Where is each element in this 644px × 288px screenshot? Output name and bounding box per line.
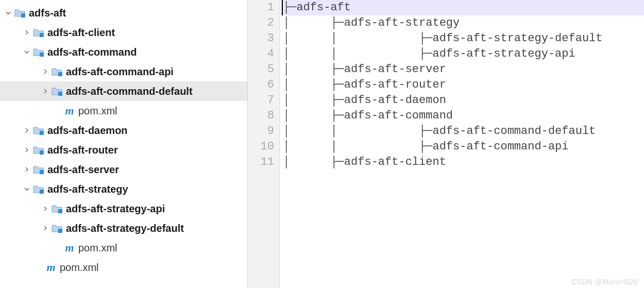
code-line[interactable]: │ ├─adfs-aft-command <box>281 108 644 124</box>
chevron-right-icon[interactable] <box>39 88 52 95</box>
tree-item-label: adfs-aft-strategy-api <box>66 203 165 215</box>
code-line[interactable]: │ ├─adfs-aft-strategy <box>281 15 644 31</box>
chevron-right-icon[interactable] <box>21 127 33 134</box>
gutter-line-number: 2 <box>248 15 274 31</box>
code-line[interactable]: │ │ ├─adfs-aft-strategy-api <box>281 46 644 62</box>
svg-rect-1 <box>40 33 44 37</box>
tree-item-label: adfs-aft-strategy-default <box>66 223 184 234</box>
tree-item[interactable]: adfs-aft-client <box>0 23 247 42</box>
gutter-line-number: 5 <box>248 62 274 77</box>
folder-icon <box>52 67 63 76</box>
editor-code-area[interactable]: ├─adfs-aft│ ├─adfs-aft-strategy│ │ ├─adf… <box>280 0 644 288</box>
folder-icon <box>52 87 63 96</box>
tree-item[interactable]: adfs-aft-daemon <box>0 121 247 140</box>
svg-rect-5 <box>40 131 44 135</box>
folder-icon <box>33 47 44 57</box>
folder-icon <box>33 28 44 37</box>
editor-gutter: 1234567891011 <box>248 0 280 288</box>
svg-rect-2 <box>40 53 44 57</box>
svg-rect-6 <box>40 150 44 155</box>
tree-item-label: pom.xml <box>78 242 117 254</box>
chevron-right-icon[interactable] <box>39 205 52 212</box>
chevron-right-icon[interactable] <box>21 29 33 36</box>
code-line[interactable]: │ ├─adfs-aft-client <box>281 155 644 170</box>
code-line[interactable]: ├─adfs-aft <box>281 0 644 15</box>
code-line[interactable]: │ │ ├─adfs-aft-command-api <box>281 139 644 155</box>
tree-item[interactable]: adfs-aft <box>0 3 247 23</box>
code-line[interactable]: │ ├─adfs-aft-daemon <box>281 93 644 108</box>
tree-item-label: adfs-aft <box>29 7 66 19</box>
maven-file-icon: m <box>45 263 57 272</box>
tree-item[interactable]: adfs-aft-command-default <box>0 81 247 101</box>
svg-rect-4 <box>58 92 62 96</box>
chevron-right-icon[interactable] <box>21 166 33 173</box>
chevron-down-icon[interactable] <box>21 185 33 193</box>
tree-item[interactable]: mpom.xml <box>0 238 247 258</box>
maven-file-icon: m <box>64 106 75 115</box>
tree-item[interactable]: adfs-aft-command-api <box>0 62 247 81</box>
tree-item[interactable]: adfs-aft-server <box>0 160 247 179</box>
tree-item-label: adfs-aft-daemon <box>47 125 128 137</box>
code-line[interactable]: │ ├─adfs-aft-server <box>281 62 644 77</box>
tree-item-label: pom.xml <box>78 105 117 117</box>
gutter-line-number: 10 <box>248 139 274 155</box>
tree-item[interactable]: mpom.xml <box>0 258 247 277</box>
tree-item-label: adfs-aft-server <box>47 164 119 176</box>
folder-icon <box>33 145 44 155</box>
folder-icon <box>52 204 63 213</box>
tree-item-label: adfs-aft-command-default <box>66 86 193 97</box>
watermark-text: CSDN @Marlon520 <box>572 278 638 286</box>
code-line[interactable]: │ │ ├─adfs-aft-command-default <box>281 124 644 139</box>
folder-icon <box>33 165 44 174</box>
svg-rect-9 <box>58 209 62 213</box>
tree-item[interactable]: mpom.xml <box>0 101 247 121</box>
chevron-down-icon[interactable] <box>2 9 14 16</box>
chevron-right-icon[interactable] <box>39 225 52 232</box>
tree-item[interactable]: adfs-aft-router <box>0 140 247 160</box>
tree-item-label: adfs-aft-strategy <box>47 183 128 195</box>
svg-rect-0 <box>21 13 25 18</box>
editor-panel: 1234567891011 ├─adfs-aft│ ├─adfs-aft-str… <box>247 0 644 288</box>
project-tree[interactable]: adfs-aftadfs-aft-clientadfs-aft-commanda… <box>0 0 247 288</box>
code-line[interactable]: │ ├─adfs-aft-router <box>281 77 644 93</box>
chevron-right-icon[interactable] <box>21 146 33 154</box>
svg-rect-3 <box>58 72 62 76</box>
gutter-line-number: 11 <box>248 155 274 170</box>
tree-item-label: adfs-aft-command <box>47 46 137 58</box>
maven-file-icon: m <box>64 243 75 252</box>
gutter-line-number: 7 <box>248 93 274 108</box>
gutter-line-number: 3 <box>248 31 274 46</box>
tree-item[interactable]: adfs-aft-strategy <box>0 179 247 199</box>
tree-item-label: adfs-aft-client <box>47 27 115 39</box>
gutter-line-number: 8 <box>248 108 274 124</box>
gutter-line-number: 4 <box>248 46 274 62</box>
folder-icon <box>14 8 26 18</box>
tree-item-label: adfs-aft-router <box>47 144 118 156</box>
tree-item[interactable]: adfs-aft-strategy-default <box>0 218 247 238</box>
gutter-line-number: 9 <box>248 124 274 139</box>
code-line[interactable]: │ │ ├─adfs-aft-strategy-default <box>281 31 644 46</box>
folder-icon <box>52 224 63 233</box>
svg-rect-7 <box>40 170 44 174</box>
gutter-line-number: 1 <box>248 0 274 15</box>
chevron-right-icon[interactable] <box>39 68 52 75</box>
tree-item[interactable]: adfs-aft-strategy-api <box>0 199 247 218</box>
tree-item-label: pom.xml <box>60 262 99 274</box>
svg-rect-8 <box>40 190 44 194</box>
svg-rect-10 <box>58 229 62 233</box>
folder-icon <box>33 126 44 135</box>
gutter-line-number: 6 <box>248 77 274 93</box>
folder-icon <box>33 184 44 194</box>
editor-caret <box>282 0 283 15</box>
tree-item[interactable]: adfs-aft-command <box>0 42 247 62</box>
tree-item-label: adfs-aft-command-api <box>66 66 174 78</box>
chevron-down-icon[interactable] <box>21 48 33 56</box>
